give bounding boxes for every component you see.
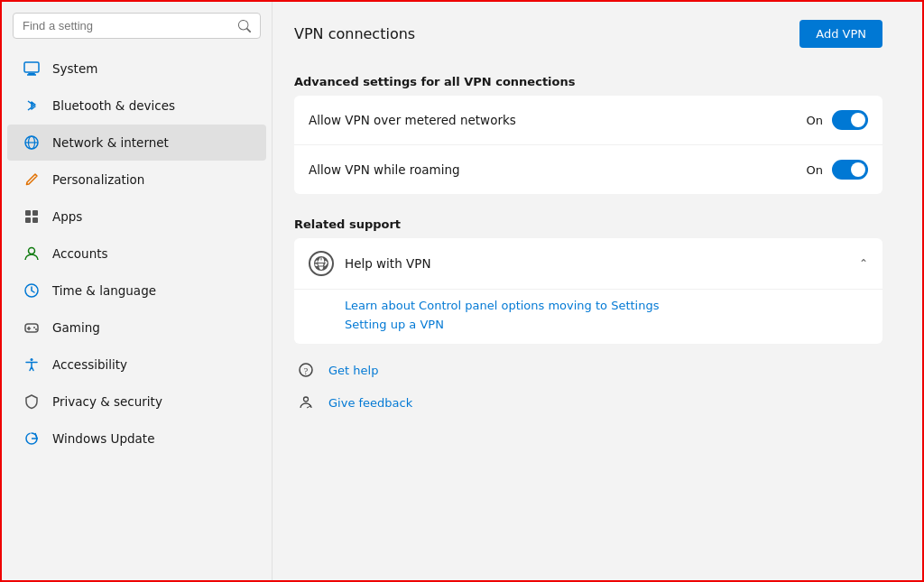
svg-point-20 — [304, 397, 309, 402]
sidebar-item-label: Privacy & security — [52, 394, 162, 409]
svg-rect-7 — [32, 210, 38, 216]
time-icon — [22, 281, 42, 300]
sidebar-item-update[interactable]: Windows Update — [7, 420, 266, 457]
support-section: Related support Help with VPN ⌃ Learn ab… — [294, 208, 882, 344]
chevron-up-icon: ⌃ — [859, 257, 868, 270]
main-content: VPN connections Add VPN Advanced setting… — [273, 2, 922, 580]
help-links: Learn about Control panel options moving… — [294, 290, 882, 344]
page-title: VPN connections — [294, 25, 415, 42]
sidebar-item-gaming[interactable]: Gaming — [7, 309, 266, 346]
svg-rect-6 — [25, 210, 31, 216]
help-row-left: Help with VPN — [309, 251, 430, 276]
help-with-vpn-label: Help with VPN — [345, 256, 430, 271]
page-header: VPN connections Add VPN — [294, 20, 882, 48]
settings-row-right: On — [807, 160, 868, 180]
footer-actions: ? Get help Give feedback — [294, 358, 882, 414]
related-support-heading: Related support — [294, 208, 882, 238]
update-icon — [22, 429, 42, 448]
footer-action-1[interactable]: Give feedback — [294, 391, 882, 414]
help-globe-icon — [309, 251, 334, 276]
accounts-icon — [22, 244, 42, 263]
sidebar-item-label: Gaming — [52, 320, 100, 335]
network-icon — [22, 133, 42, 152]
settings-row-0: Allow VPN over metered networks On — [294, 96, 882, 145]
sidebar-item-apps[interactable]: Apps — [7, 199, 266, 235]
svg-rect-8 — [25, 217, 31, 223]
help-link[interactable]: Learn about Control panel options moving… — [345, 299, 868, 312]
apps-icon — [22, 207, 42, 226]
privacy-icon — [22, 392, 42, 411]
search-input[interactable] — [23, 19, 233, 32]
search-icon — [238, 20, 251, 32]
sidebar-item-accounts[interactable]: Accounts — [7, 236, 266, 272]
svg-rect-9 — [32, 217, 38, 223]
accessibility-icon — [22, 355, 42, 374]
search-box[interactable] — [13, 13, 261, 39]
settings-toggle[interactable] — [832, 160, 868, 180]
sidebar-item-label: Accounts — [52, 246, 108, 261]
svg-point-10 — [29, 248, 35, 254]
sidebar-item-accessibility[interactable]: Accessibility — [7, 346, 266, 383]
svg-point-17 — [31, 358, 33, 361]
footer-action-label-1[interactable]: Give feedback — [328, 396, 412, 410]
settings-row-label: Allow VPN over metered networks — [309, 113, 516, 127]
footer-action-label-0[interactable]: Get help — [328, 364, 378, 377]
footer-action-icon-1 — [294, 391, 318, 414]
advanced-settings-card: Allow VPN over metered networks On Allow… — [294, 96, 882, 194]
settings-toggle[interactable] — [832, 110, 868, 130]
sidebar-item-label: Time & language — [52, 283, 156, 298]
sidebar-item-label: Network & internet — [52, 135, 169, 150]
bluetooth-icon — [22, 96, 42, 115]
system-icon — [22, 59, 42, 79]
sidebar-item-label: Bluetooth & devices — [52, 98, 175, 113]
settings-row-label: Allow VPN while roaming — [309, 162, 460, 177]
nav-list: System Bluetooth & devices Network & int… — [2, 46, 272, 461]
svg-rect-0 — [24, 62, 39, 72]
sidebar-item-bluetooth[interactable]: Bluetooth & devices — [7, 88, 266, 124]
sidebar-item-label: Personalization — [52, 172, 144, 187]
svg-point-15 — [33, 327, 35, 328]
sidebar-item-label: Accessibility — [52, 357, 127, 372]
settings-row-1: Allow VPN while roaming On — [294, 145, 882, 194]
svg-point-16 — [35, 328, 37, 330]
footer-action-0[interactable]: ? Get help — [294, 358, 882, 382]
advanced-section-heading: Advanced settings for all VPN connection… — [294, 66, 882, 96]
sidebar: System Bluetooth & devices Network & int… — [2, 2, 273, 580]
gaming-icon — [22, 318, 42, 337]
add-vpn-button[interactable]: Add VPN — [799, 20, 882, 48]
settings-row-status: On — [807, 163, 823, 177]
sidebar-item-network[interactable]: Network & internet — [7, 125, 266, 161]
sidebar-item-personalization[interactable]: Personalization — [7, 162, 266, 198]
personalization-icon — [22, 170, 42, 189]
sidebar-item-label: Windows Update — [52, 431, 154, 446]
sidebar-item-privacy[interactable]: Privacy & security — [7, 383, 266, 420]
settings-row-right: On — [807, 110, 868, 130]
help-link[interactable]: Setting up a VPN — [345, 318, 868, 331]
sidebar-item-label: System — [52, 61, 97, 76]
help-with-vpn-row[interactable]: Help with VPN ⌃ — [294, 238, 882, 290]
support-card: Help with VPN ⌃ Learn about Control pane… — [294, 238, 882, 344]
settings-row-status: On — [807, 114, 823, 127]
sidebar-item-system[interactable]: System — [7, 51, 266, 87]
footer-action-icon-0: ? — [294, 358, 318, 382]
sidebar-item-label: Apps — [52, 209, 82, 224]
sidebar-item-time[interactable]: Time & language — [7, 273, 266, 309]
svg-text:?: ? — [304, 366, 309, 376]
